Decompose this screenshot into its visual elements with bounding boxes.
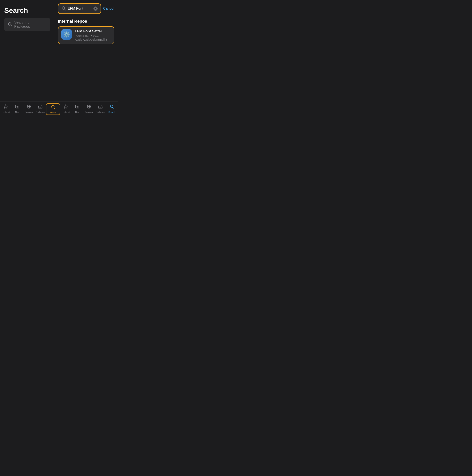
clear-icon: ✕ — [94, 7, 97, 10]
package-name: EFM Font Setter — [75, 29, 111, 33]
cancel-button[interactable]: Cancel — [103, 6, 114, 12]
tab-bar: Featured New Sources — [0, 102, 118, 119]
tab-featured2[interactable]: Featured — [60, 103, 72, 114]
tab-sources[interactable]: Sources — [23, 103, 35, 114]
right-panel: EFM Font ✕ Cancel Internal Repos ⚙️ EFM … — [54, 0, 118, 48]
tab-search2-label: Search — [109, 111, 115, 113]
gear-icon: ⚙️ — [63, 31, 70, 38]
tab-new2-label: New — [75, 111, 79, 113]
svg-marker-4 — [4, 105, 8, 108]
package-result[interactable]: ⚙️ EFM Font Setter PoomSmart • 99.1 Appl… — [58, 26, 114, 44]
tab-search2[interactable]: Search — [106, 103, 118, 114]
package-desc: Apply AppleColorEmoji EFM font with a sh… — [75, 38, 111, 41]
tab-packages-label: Packages — [36, 111, 45, 113]
svg-line-15 — [54, 108, 55, 109]
newspaper-icon — [15, 104, 19, 110]
star-icon — [3, 104, 8, 110]
svg-line-1 — [11, 25, 12, 26]
svg-line-27 — [113, 107, 114, 108]
tab-packages2[interactable]: Packages — [94, 103, 106, 114]
svg-rect-5 — [16, 105, 19, 108]
tab-new-label: New — [15, 111, 19, 113]
search-icon-left — [8, 22, 12, 27]
tray-icon — [38, 104, 43, 110]
tab-packages[interactable]: Packages — [35, 103, 46, 114]
tab-new[interactable]: New — [12, 103, 23, 114]
tab-new2[interactable]: New — [72, 103, 83, 114]
search-bar-active: EFM Font ✕ Cancel — [58, 3, 114, 14]
search-input-container[interactable]: EFM Font ✕ — [58, 3, 101, 14]
tab-sources2-label: Sources — [85, 111, 93, 113]
tab-packages2-label: Packages — [96, 111, 105, 113]
tab-sources-label: Sources — [25, 111, 33, 113]
tab-featured-label: Featured — [1, 111, 10, 113]
search-placeholder: Search for Packages — [14, 20, 47, 29]
svg-rect-8 — [18, 107, 18, 107]
search-tab-icon2 — [109, 104, 114, 110]
svg-marker-16 — [64, 105, 68, 108]
section-title: Internal Repos — [58, 19, 114, 24]
tab-sources2[interactable]: Sources — [83, 103, 95, 114]
svg-rect-20 — [77, 107, 78, 107]
package-icon: ⚙️ — [61, 29, 72, 40]
svg-rect-17 — [76, 105, 79, 108]
svg-line-3 — [64, 9, 66, 10]
page-title: Search — [4, 6, 50, 15]
left-panel: Search Search for Packages — [0, 0, 54, 35]
tray-icon2 — [98, 104, 103, 110]
globe-icon2 — [87, 104, 91, 110]
newspaper-icon2 — [75, 104, 80, 110]
tab-search-active[interactable]: Search — [46, 103, 60, 115]
search-icon-active — [61, 6, 66, 11]
search-tab-icon-active — [51, 105, 55, 111]
tab-search-label-active: Search — [50, 111, 56, 114]
tab-featured2-label: Featured — [61, 111, 70, 113]
package-info: EFM Font Setter PoomSmart • 99.1 Apply A… — [75, 29, 111, 41]
star-icon2 — [63, 104, 68, 110]
globe-icon — [26, 104, 31, 110]
search-input-value: EFM Font — [68, 6, 92, 11]
search-box-left[interactable]: Search for Packages — [4, 18, 50, 31]
clear-button[interactable]: ✕ — [93, 6, 98, 11]
package-meta: PoomSmart • 99.1 — [75, 34, 111, 37]
page-wrapper: Search Search for Packages EFM Fon — [0, 0, 118, 119]
tab-featured[interactable]: Featured — [0, 103, 12, 114]
